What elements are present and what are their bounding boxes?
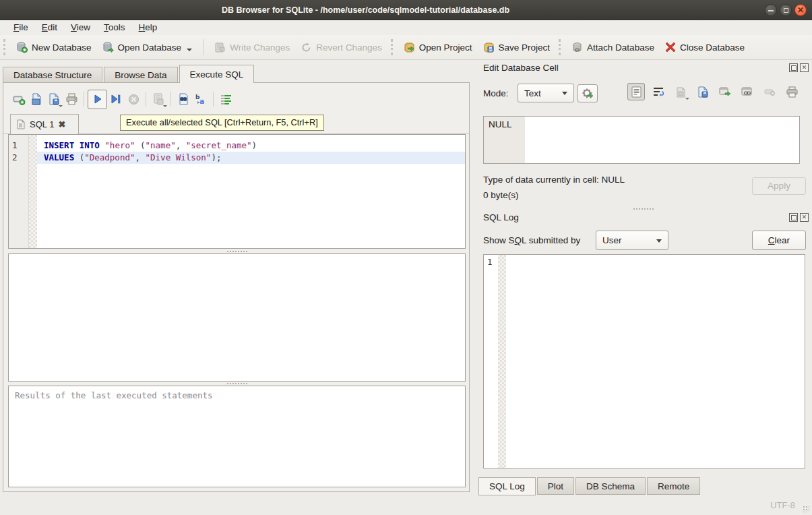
new-database-button[interactable]: New Database [11,39,97,56]
tab-sql-log[interactable]: SQL Log [478,477,536,495]
cell-editor-area[interactable] [525,117,799,163]
clear-log-button[interactable]: Clear [752,231,806,250]
stop-execution-button[interactable] [125,90,142,108]
project-save-icon [483,42,495,53]
link-icon [741,87,753,97]
import-data-button[interactable] [672,83,689,100]
open-database-dropdown-icon[interactable] [187,49,192,51]
results-grid-pane[interactable] [8,253,466,382]
execute-current-line-button[interactable] [107,90,125,108]
log-filter-value: User [602,235,622,245]
set-null-icon [764,88,776,96]
minimize-button[interactable] [765,4,777,16]
format-icon: b a [195,93,207,105]
menu-tools[interactable]: Tools [97,20,132,35]
stop-icon [128,94,139,105]
svg-text:a: a [199,97,204,105]
gear-arrow-icon [582,88,594,100]
dock-splitter[interactable] [475,207,812,211]
code-area[interactable]: INSERT INTO "hero" ("name", "secret_name… [37,135,465,248]
right-dock: Edit Database Cell ✕ Mode: Text [475,61,812,497]
cell-value-editor[interactable]: NULL [483,116,800,164]
word-wrap-button[interactable] [650,83,667,100]
print-cell-button[interactable] [783,83,801,100]
printer-icon [786,86,799,98]
save-results-icon [152,93,164,105]
edit-cell-panel-title: Edit Database Cell [483,63,559,73]
maximize-button[interactable] [780,4,792,16]
toolbar-separator [84,92,84,107]
toolbar-separator [146,92,146,107]
float-panel-icon[interactable] [789,213,798,222]
set-null-button[interactable] [761,83,778,100]
log-text-area[interactable] [506,255,805,468]
sql-log-area[interactable]: 1 [483,254,805,468]
tab-db-schema[interactable]: DB Schema [575,477,646,495]
application-window: DB Browser for SQLite - /home/user/code/… [0,0,812,515]
menu-edit[interactable]: Edit [35,20,64,35]
attach-database-button[interactable]: Attach Database [566,39,660,56]
toolbar-drag-handle[interactable] [391,39,395,55]
save-results-button[interactable] [150,90,167,108]
find-replace-button[interactable] [175,90,192,108]
tab-plot[interactable]: Plot [537,477,574,495]
write-changes-button[interactable]: Write Changes [209,39,295,56]
auto-switch-mode-button[interactable] [577,84,598,102]
copy-link-button[interactable] [739,83,756,100]
database-close-icon [665,42,676,53]
play-icon [92,94,103,104]
save-results-dropdown-icon[interactable] [163,105,167,107]
resize-grip[interactable] [803,506,809,512]
sql-document-tab[interactable]: SQL 1 ✖ [10,114,79,134]
find-icon [177,93,189,105]
tab-remote[interactable]: Remote [647,477,700,495]
print-sql-button[interactable] [63,90,80,108]
save-sql-file-button[interactable] [45,90,63,108]
apply-button[interactable]: Apply [752,177,806,195]
cell-type-info: Type of data currently in cell: NULL [483,175,625,185]
execute-all-button[interactable] [88,90,107,109]
main-tab-bar: Database Structure Browse Data Execute S… [3,65,255,83]
new-sql-tab-button[interactable] [10,90,28,108]
tab-database-structure[interactable]: Database Structure [3,67,102,83]
open-file-icon [30,93,42,105]
export-data-button[interactable] [694,83,712,100]
toggle-block-comment-button[interactable] [217,90,235,108]
open-project-button[interactable]: Open Project [398,39,478,56]
close-button[interactable]: ✕ [794,4,807,16]
tab-execute-sql[interactable]: Execute SQL [179,65,255,83]
mode-combobox[interactable]: Text [518,84,574,102]
tab-browse-data[interactable]: Browse Data [104,67,177,83]
menu-help[interactable]: Help [132,20,164,35]
titlebar[interactable]: DB Browser for SQLite - /home/user/code/… [0,0,812,20]
cell-editor-toolbar [627,83,801,100]
close-database-button[interactable]: Close Database [660,39,750,55]
database-open-icon [102,42,114,53]
auto-format-button[interactable]: b a [192,90,210,108]
text-mode-button[interactable] [627,83,645,100]
save-project-button[interactable]: Save Project [478,39,556,56]
open-database-button[interactable]: Open Database [97,39,198,56]
chevron-down-icon [656,239,662,243]
results-message-pane[interactable]: Results of the last executed statements [8,386,466,487]
toolbar-separator [213,92,214,107]
cell-value-text: NULL [484,117,525,163]
open-sql-file-button[interactable] [28,90,45,108]
revert-changes-icon [301,42,312,53]
open-in-app-button[interactable] [716,83,734,100]
close-panel-icon[interactable]: ✕ [800,213,809,222]
toolbar-drag-handle[interactable] [3,39,7,55]
menu-file[interactable]: File [7,20,35,35]
log-filter-combobox[interactable]: User [596,231,668,250]
sql-code-editor[interactable]: 12 INSERT INTO "hero" ("name", "secret_n… [8,134,466,249]
dock-tab-bar: SQL Log Plot DB Schema Remote [478,477,700,495]
database-attach-icon [571,42,583,53]
close-panel-icon[interactable]: ✕ [800,63,809,72]
toolbar-drag-handle[interactable] [559,39,563,55]
revert-changes-button[interactable]: Revert Changes [295,39,387,56]
sql-tab-close-icon[interactable]: ✖ [58,119,65,129]
menu-view[interactable]: View [64,20,97,35]
encoding-indicator[interactable]: UTF-8 [770,500,795,510]
float-panel-icon[interactable] [789,63,798,72]
import-dropdown-icon[interactable] [685,98,689,100]
